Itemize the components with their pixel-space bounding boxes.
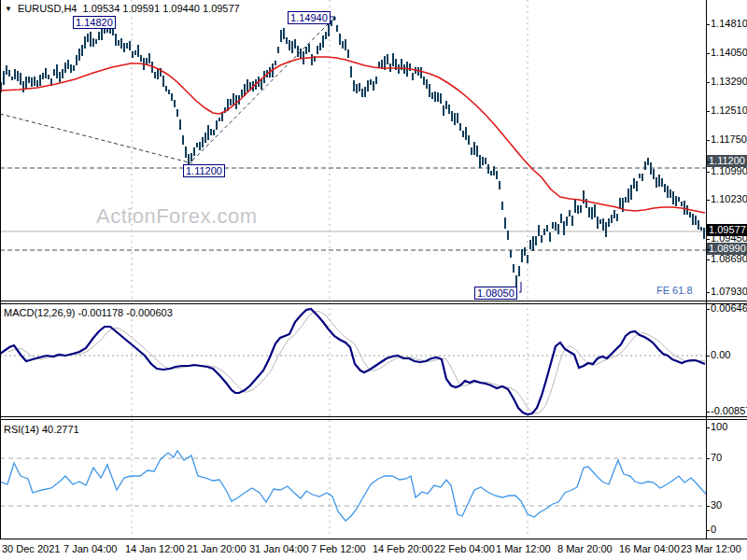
- time-axis-label: 14 Jan 12:00: [125, 543, 185, 554]
- trading-chart-window: ActionForex.com ▼ EURUSD,H4 1.09534 1.09…: [0, 0, 747, 560]
- rsi-indicator-label: RSI(14) 40.2771: [4, 424, 79, 436]
- axis-border-line: [0, 0, 1, 539]
- axis-label: 1.13290: [711, 76, 747, 88]
- axis-label: 0.00: [711, 349, 730, 361]
- time-axis-label: 22 Feb 04:00: [434, 543, 495, 554]
- time-axis-label: 21 Jan 20:00: [187, 543, 247, 554]
- title-bar: ▼ EURUSD,H4 1.09534 1.09591 1.09440 1.09…: [5, 3, 240, 14]
- time-axis-label: 7 Feb 12:00: [311, 543, 366, 554]
- axis-label: 1.12510: [711, 105, 747, 117]
- time-axis-label: 8 Mar 20:00: [557, 543, 613, 554]
- axis-label: 1.07930: [711, 286, 747, 298]
- panel-separator: [0, 416, 747, 417]
- time-axis-label: 23 Mar 12:00: [681, 543, 741, 554]
- axis-label: 1.10230: [711, 193, 747, 205]
- time-axis-label: 16 Mar 04:00: [619, 543, 680, 554]
- axis-label: 0: [711, 524, 716, 536]
- time-axis-label: 1 Mar 12:00: [496, 543, 551, 554]
- chart-canvas[interactable]: [0, 0, 706, 539]
- time-axis-label: 14 Feb 20:00: [373, 543, 433, 554]
- symbol-period-label: EURUSD,H4: [18, 3, 78, 14]
- fibonacci-expansion-label[interactable]: FE 61.8: [656, 285, 693, 296]
- time-axis-label: 31 Jan 04:00: [249, 543, 309, 554]
- panel-separator: [0, 419, 747, 420]
- axis-label: 1.14810: [711, 18, 747, 30]
- price-annotation-box[interactable]: 1.14820: [73, 16, 116, 29]
- axis-label: 1.11750: [711, 133, 747, 146]
- axis-label: 1.09577: [707, 224, 747, 236]
- panel-separator: [0, 301, 747, 301]
- axis-label: 70: [711, 452, 722, 464]
- panel-separator: [0, 539, 747, 539]
- axis-label: 1.14050: [711, 47, 747, 59]
- watermark: ActionForex.com: [96, 204, 258, 229]
- axis-border-line: [706, 0, 707, 539]
- axis-label: 100: [711, 421, 727, 433]
- panel-separator: [0, 303, 747, 304]
- price-annotation-box[interactable]: 1.14940: [288, 11, 331, 24]
- macd-indicator-label: MACD(12,26,9) -0.001178 -0.000603: [4, 307, 173, 319]
- symbol-dropdown-icon[interactable]: ▼: [5, 5, 12, 13]
- time-axis-label: 7 Jan 04:00: [63, 543, 118, 554]
- axis-label: 1.10990: [711, 165, 747, 177]
- ohlc-values: 1.09534 1.09591 1.09440 1.09577: [83, 3, 240, 14]
- axis-label: 30: [711, 499, 722, 511]
- axis-label: 1.08690: [711, 253, 747, 265]
- price-annotation-box[interactable]: 1.08050: [474, 287, 517, 300]
- time-axis-label: 30 Dec 2021: [2, 543, 60, 554]
- price-annotation-box[interactable]: 1.11200: [183, 164, 225, 177]
